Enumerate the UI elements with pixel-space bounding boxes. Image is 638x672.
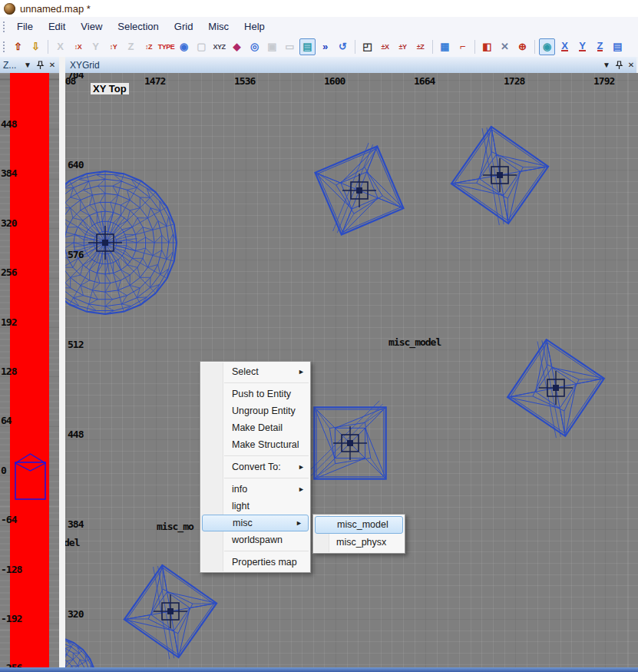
perspective-view-icon[interactable]: ◆ <box>229 38 245 55</box>
panel-splitter[interactable] <box>59 57 65 667</box>
screen-capture-icon[interactable]: ▭ <box>282 38 298 55</box>
chevron-down-icon[interactable]: ▼ <box>601 60 612 71</box>
marquee-select-icon[interactable]: ▢ <box>193 38 210 55</box>
nudge-y-icon[interactable]: ±Y <box>395 38 411 55</box>
menu-grid[interactable]: Grid <box>167 18 201 35</box>
flip-x-icon[interactable]: X <box>52 38 68 55</box>
open-map-icon: ⇧ <box>14 41 22 52</box>
dock-objects-icon: ◧ <box>482 41 491 52</box>
clone-icon[interactable]: ▣ <box>264 38 280 55</box>
texture-type-icon[interactable]: TYPE <box>158 38 174 55</box>
paste-move-icon[interactable]: ◰ <box>359 38 375 55</box>
z-panel-title: Z... <box>3 60 22 71</box>
menu-edit[interactable]: Edit <box>41 18 73 35</box>
menu-separator <box>224 382 309 383</box>
y-ruler-label: 448 <box>68 429 83 440</box>
menu-item-info[interactable]: info► <box>200 481 310 498</box>
scale-y-icon: ↕Y <box>110 43 117 51</box>
menu-item-make-structural[interactable]: Make Structural <box>200 436 310 453</box>
x-ruler-label: 1728 <box>504 75 524 87</box>
hide-selected-icon: ✕ <box>501 41 509 52</box>
path-tool-icon[interactable]: » <box>317 38 333 55</box>
entity-report-icon[interactable]: ▤ <box>299 38 316 55</box>
grid-settings-icon[interactable]: ▦ <box>437 38 453 55</box>
submenu-item-misc-model[interactable]: misc_model <box>315 516 403 534</box>
flip-x-icon: X <box>57 41 64 52</box>
flip-z-icon[interactable]: Z <box>123 38 139 55</box>
xy-panel-header: XYGrid ▼ ✕ <box>65 57 638 73</box>
wireframe-canvas <box>65 73 638 667</box>
nudge-x-icon[interactable]: ±X <box>377 38 393 55</box>
menu-item-misc[interactable]: misc► <box>202 515 309 531</box>
axis-z-icon[interactable]: Z <box>592 38 608 55</box>
mouse-pointer-icon[interactable]: ◉ <box>176 38 192 55</box>
toolbar: ⇧⇩X↕XY↕YZ↕ZTYPE◉▢XYZ◆◎▣▭▤»↺◰±X±Y±Z▦⌐◧✕⊕◉… <box>0 36 638 58</box>
save-map-icon: ⇩ <box>31 41 40 52</box>
nudge-z-icon: ±Z <box>417 43 424 51</box>
chevron-down-icon[interactable]: ▼ <box>22 60 33 71</box>
xy-grid-viewport[interactable]: XY Top 140814721536160016641728179270464… <box>65 73 638 667</box>
toolbar-grip-icon[interactable] <box>2 41 6 53</box>
dock-objects-icon[interactable]: ◧ <box>479 38 495 55</box>
menu-item-select[interactable]: Select► <box>200 363 310 380</box>
menu-separator <box>224 551 309 551</box>
carve-hook-icon: ⌐ <box>460 41 466 52</box>
hide-selected-icon[interactable]: ✕ <box>497 38 513 55</box>
menu-view[interactable]: View <box>73 18 110 35</box>
camera-orbit-icon[interactable]: ◎ <box>246 38 263 55</box>
xyz-view-icon: XYZ <box>213 43 225 51</box>
menu-misc[interactable]: Misc <box>200 18 236 35</box>
x-ruler-label: 1536 <box>234 75 255 87</box>
menu-item-properties-map[interactable]: Properties map <box>200 554 310 571</box>
close-icon[interactable]: ✕ <box>626 60 636 71</box>
toolbar-separator <box>355 40 355 54</box>
flip-y-icon: Y <box>92 41 99 52</box>
z-selection-box <box>0 73 59 667</box>
menu-help[interactable]: Help <box>236 18 273 35</box>
scale-y-icon[interactable]: ↕Y <box>105 38 121 55</box>
path-tool-icon: » <box>322 41 328 52</box>
open-map-icon[interactable]: ⇧ <box>10 38 26 55</box>
window-bottom-edge <box>0 667 638 672</box>
menu-separator <box>224 455 309 456</box>
save-map-icon[interactable]: ⇩ <box>28 38 44 55</box>
menu-selection[interactable]: Selection <box>110 18 166 35</box>
object-list-icon[interactable]: ▤ <box>610 38 626 55</box>
pin-icon[interactable] <box>35 60 45 71</box>
nudge-x-icon: ±X <box>382 43 389 51</box>
scale-z-icon: ↕Z <box>145 43 152 51</box>
free-rotate-icon[interactable]: ↺ <box>335 38 351 55</box>
close-icon[interactable]: ✕ <box>47 60 58 71</box>
entity-label: del <box>65 537 79 548</box>
axis-x-icon[interactable]: X <box>557 38 573 55</box>
menu-item-ungroup-entity[interactable]: Ungroup Entity <box>200 402 310 419</box>
rotate-selection-icon: ⊕ <box>518 41 527 52</box>
submenu-arrow-icon: ► <box>298 363 305 380</box>
nudge-z-icon[interactable]: ±Z <box>412 38 428 55</box>
menu-item-convert-to-[interactable]: Convert To:► <box>200 458 310 475</box>
mouse-pointer-icon: ◉ <box>180 41 188 52</box>
menu-file[interactable]: File <box>9 18 41 35</box>
pin-icon[interactable] <box>613 60 624 71</box>
menu-item-make-detail[interactable]: Make Detail <box>200 419 310 436</box>
entity-report-icon: ▤ <box>302 41 312 52</box>
flip-y-icon[interactable]: Y <box>88 38 104 55</box>
scale-z-icon[interactable]: ↕Z <box>140 38 157 55</box>
carve-hook-icon[interactable]: ⌐ <box>455 38 471 55</box>
submenu-arrow-icon: ► <box>298 458 305 475</box>
scale-x-icon[interactable]: ↕X <box>70 38 86 55</box>
rotate-lock-icon[interactable]: ◉ <box>539 38 555 55</box>
rotate-selection-icon[interactable]: ⊕ <box>514 38 531 55</box>
x-ruler-label: 1664 <box>414 75 435 87</box>
object-list-icon: ▤ <box>613 41 622 52</box>
menu-item-worldspawn[interactable]: worldspawn <box>200 531 310 548</box>
context-submenu: misc_modelmisc_physx <box>312 514 405 554</box>
axis-y-icon[interactable]: Y <box>574 38 590 55</box>
submenu-item-misc-physx[interactable]: misc_physx <box>313 534 405 551</box>
y-ruler-label: 640 <box>68 159 83 170</box>
z-view-panel[interactable]: 448384320256192128640-64-128-192-256 <box>0 73 59 667</box>
xyz-view-icon[interactable]: XYZ <box>211 38 227 55</box>
menu-item-push-to-entity[interactable]: Push to Entity <box>200 386 310 402</box>
menu-item-light[interactable]: light <box>200 498 310 515</box>
menubar-grip-icon[interactable] <box>2 21 6 33</box>
